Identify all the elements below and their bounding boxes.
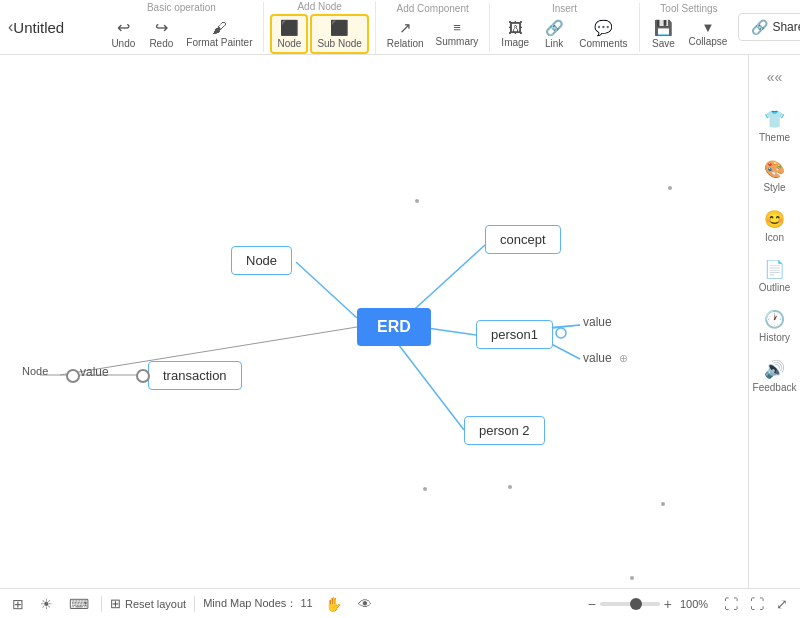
svg-line-3 [296,262,357,318]
history-label: History [759,332,790,343]
sidebar-collapse-button[interactable]: «« [761,63,789,91]
zoom-in-button[interactable]: + [664,596,672,612]
dot-4 [661,502,665,506]
keyboard-icon[interactable]: ⌨ [65,594,93,614]
connector-circle-1 [66,369,80,383]
sidebar-item-outline[interactable]: 📄 Outline [753,253,797,299]
node-count-label: Mind Map Nodes： [203,597,297,609]
toolbar-group-add-component: Add Component ↗ Relation ≡ Summary [376,3,491,52]
relation-icon: ↗ [399,19,412,37]
node1-label: Node [246,253,277,268]
image-button[interactable]: 🖼 Image [496,16,534,51]
erd-label: ERD [377,318,411,335]
format-painter-button[interactable]: 🖌 Format Painter [181,16,257,51]
redo-label: Redo [149,38,173,49]
person1-node[interactable]: person1 [476,320,553,349]
group-label-insert: Insert [552,3,577,14]
style-label: Style [763,182,785,193]
eye-icon[interactable]: 👁 [354,594,376,614]
hand-icon[interactable]: ✋ [321,594,346,614]
separator-2 [194,596,195,612]
value-label-2: value ⊕ [583,351,628,365]
sidebar-item-history[interactable]: 🕐 History [753,303,797,349]
node-label: Node [277,38,301,49]
dot-6 [630,576,634,580]
expand-button[interactable]: ⤢ [772,594,792,614]
fit-view-button[interactable]: ⛶ [720,594,742,614]
toolbar-group-insert: Insert 🖼 Image 🔗 Link 💬 Comments [490,3,639,52]
node-button[interactable]: ⬛ Node [270,14,308,54]
zoom-controls: − + 100% [588,596,712,612]
image-label: Image [501,37,529,48]
person1-connector [554,326,568,340]
connector-circle-2 [136,369,150,383]
history-icon: 🕐 [764,309,785,330]
separator-1 [101,596,102,612]
grid-icon[interactable]: ⊞ [8,594,28,614]
sun-icon[interactable]: ☀ [36,594,57,614]
outline-label: Outline [759,282,791,293]
transaction-node[interactable]: transaction [148,361,242,390]
summary-icon: ≡ [453,20,461,35]
redo-button[interactable]: ↪ Redo [143,15,179,52]
value-label-1: value [583,315,612,329]
zoom-slider-thumb[interactable] [630,598,642,610]
zoom-out-button[interactable]: − [588,596,596,612]
toolbar-group-tool-settings: Tool Settings 💾 Save ▼ Collapse [640,3,739,52]
node-count: 11 [300,597,312,609]
format-painter-icon: 🖌 [212,19,227,36]
sidebar-item-style[interactable]: 🎨 Style [753,153,797,199]
save-button[interactable]: 💾 Save [646,16,682,52]
reset-layout-button[interactable]: ⊞ Reset layout [110,596,186,611]
node1-box[interactable]: Node [231,246,292,275]
undo-button[interactable]: ↩ Undo [105,15,141,52]
outline-icon: 📄 [764,259,785,280]
theme-icon: 👕 [764,109,785,130]
zoom-slider[interactable] [600,602,660,606]
share-icon: 🔗 [751,19,768,35]
group-label-add-node: Add Node [297,1,341,12]
undo-icon: ↩ [117,18,130,37]
link-label: Link [545,38,563,49]
node-icon: ⬛ [280,19,299,37]
collapse-icon: ▼ [702,20,715,35]
comments-button[interactable]: 💬 Comments [574,16,632,52]
person2-node[interactable]: person 2 [464,416,545,445]
group-items-basic: ↩ Undo ↪ Redo 🖌 Format Painter [105,15,257,52]
erd-node[interactable]: ERD [357,308,431,346]
relation-label: Relation [387,38,424,49]
group-label-add-component: Add Component [396,3,468,14]
sub-node-icon: ⬛ [330,19,349,37]
sidebar-item-feedback[interactable]: 🔊 Feedback [753,353,797,399]
add-value-icon[interactable]: ⊕ [619,352,628,364]
relation-button[interactable]: ↗ Relation [382,16,429,52]
style-icon: 🎨 [764,159,785,180]
link-icon: 🔗 [545,19,564,37]
fullscreen-button[interactable]: ⛶ [746,594,768,614]
redo-icon: ↪ [155,18,168,37]
bottombar: ⊞ ☀ ⌨ ⊞ Reset layout Mind Map Nodes： 11 … [0,588,800,618]
image-icon: 🖼 [508,19,523,36]
summary-button[interactable]: ≡ Summary [431,17,484,50]
feedback-icon: 🔊 [764,359,785,380]
transaction-label: transaction [163,368,227,383]
collapse-button[interactable]: ▼ Collapse [684,17,733,50]
person1-label: person1 [491,327,538,342]
sidebar-item-theme[interactable]: 👕 Theme [753,103,797,149]
sidebar-item-icon[interactable]: 😊 Icon [753,203,797,249]
share-button[interactable]: 🔗 Share [738,13,800,41]
canvas[interactable]: ERD concept person1 person 2 Node transa… [0,55,748,588]
group-label-basic: Basic operation [147,2,216,13]
sub-node-button[interactable]: ⬛ Sub Node [310,14,368,54]
zoom-percent: 100% [676,598,712,610]
link-button[interactable]: 🔗 Link [536,16,572,52]
group-items-add-component: ↗ Relation ≡ Summary [382,16,484,52]
collapse-label: Collapse [689,36,728,47]
toolbar-group-add-node: Add Node ⬛ Node ⬛ Sub Node [264,1,375,54]
save-icon: 💾 [654,19,673,37]
dot-3 [423,487,427,491]
undo-label: Undo [111,38,135,49]
view-buttons: ⛶ ⛶ ⤢ [720,594,792,614]
save-label: Save [652,38,675,49]
concept-node[interactable]: concept [485,225,561,254]
